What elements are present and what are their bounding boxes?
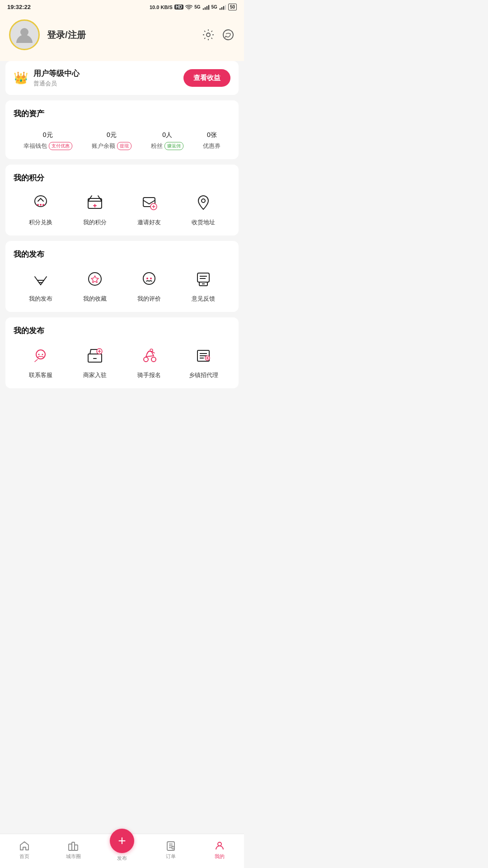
points-section: 我的积分 积分兑换 xyxy=(5,165,239,236)
balance-badge: 提现 xyxy=(117,142,131,150)
signal-bars-icon2 xyxy=(219,5,226,10)
my-publish-label: 我的发布 xyxy=(29,295,52,303)
asset-item-balance[interactable]: 0元 账户余额 提现 xyxy=(92,126,131,150)
address-item[interactable]: 收货地址 xyxy=(185,190,221,226)
wallet-num: 0 xyxy=(43,131,47,138)
my-reviews-label: 我的评价 xyxy=(137,295,161,303)
svg-point-26 xyxy=(150,278,152,279)
merchant-join-item[interactable]: 商家入驻 xyxy=(77,343,113,379)
assets-title: 我的资产 xyxy=(14,108,230,119)
my-publish-icon xyxy=(28,267,53,291)
svg-rect-6 xyxy=(221,7,222,10)
level-card: 👑 用户等级中心 普通会员 查看收益 xyxy=(5,61,239,95)
fans-badge: 赚返佣 xyxy=(164,142,183,150)
status-bar: 19:32:22 10.0 KB/S HD 5G 5G xyxy=(0,0,244,12)
customer-service-icon xyxy=(28,343,53,368)
profile-action-icons xyxy=(202,28,235,42)
rider-signup-label: 骑手报名 xyxy=(137,371,161,379)
asset-item-wallet[interactable]: 0元 幸福钱包 支付优惠 xyxy=(23,126,72,150)
wallet-badge: 支付优惠 xyxy=(49,142,72,150)
svg-point-24 xyxy=(143,273,155,284)
my-favorites-item[interactable]: 我的收藏 xyxy=(77,267,113,303)
points-title: 我的积分 xyxy=(14,173,230,183)
battery-indicator: 50 xyxy=(228,4,237,10)
svg-rect-7 xyxy=(223,6,224,9)
avatar[interactable] xyxy=(9,19,40,50)
signal-bars-icon xyxy=(202,5,210,10)
login-register-label[interactable]: 登录/注册 xyxy=(47,29,86,41)
merchant-join-icon xyxy=(83,343,107,368)
svg-point-14 xyxy=(42,204,44,206)
my-publish-item[interactable]: 我的发布 xyxy=(23,267,59,303)
view-earnings-button[interactable]: 查看收益 xyxy=(183,69,230,87)
svg-point-40 xyxy=(151,357,156,362)
services-section: 我的发布 联系客服 xyxy=(5,317,239,388)
svg-point-23 xyxy=(89,273,101,285)
fans-unit: 人 xyxy=(166,131,172,138)
fans-label: 粉丝 xyxy=(151,142,163,150)
svg-point-33 xyxy=(38,354,40,355)
profile-header: 登录/注册 xyxy=(0,12,244,61)
my-reviews-item[interactable]: 我的评价 xyxy=(131,267,167,303)
points-grid: 积分兑换 我的积分 xyxy=(14,190,230,226)
crown-icon: 👑 xyxy=(14,71,28,85)
svg-point-25 xyxy=(146,278,148,279)
invite-friends-item[interactable]: 邀请好友 xyxy=(131,190,167,226)
svg-point-39 xyxy=(144,357,148,362)
my-points-icon xyxy=(83,190,107,215)
svg-rect-1 xyxy=(202,8,203,9)
network-speed: 10.0 KB/S xyxy=(150,5,173,10)
agent-recruit-item[interactable]: 乡镇招代理 xyxy=(185,343,221,379)
my-points-label: 我的积分 xyxy=(83,218,107,226)
customer-service-item[interactable]: 联系客服 xyxy=(23,343,59,379)
svg-rect-2 xyxy=(204,7,205,10)
svg-point-11 xyxy=(223,30,233,40)
agent-recruit-label: 乡镇招代理 xyxy=(189,371,218,379)
feedback-label: 意见反馈 xyxy=(192,295,215,303)
points-exchange-item[interactable]: 积分兑换 xyxy=(23,190,59,226)
svg-point-12 xyxy=(37,204,39,206)
coupons-unit: 张 xyxy=(211,131,217,138)
5g-label1: 5G xyxy=(194,5,200,9)
customer-service-label: 联系客服 xyxy=(29,371,52,379)
address-label: 收货地址 xyxy=(192,218,215,226)
asset-item-fans[interactable]: 0人 粉丝 赚返佣 xyxy=(151,126,183,150)
level-info: 👑 用户等级中心 普通会员 xyxy=(14,68,80,88)
level-subtitle: 普通会员 xyxy=(33,80,80,88)
my-points-item[interactable]: 我的积分 xyxy=(77,190,113,226)
balance-unit: 元 xyxy=(110,131,117,138)
svg-point-32 xyxy=(36,350,45,359)
coupons-label: 优惠券 xyxy=(203,142,221,150)
assets-row: 0元 幸福钱包 支付优惠 0元 账户余额 提现 0人 粉丝 赚返佣 xyxy=(14,126,230,150)
invite-friends-label: 邀请好友 xyxy=(137,218,161,226)
message-icon[interactable] xyxy=(221,28,235,42)
services-title: 我的发布 xyxy=(14,326,230,336)
svg-rect-4 xyxy=(208,5,209,9)
wallet-unit: 元 xyxy=(47,131,53,138)
svg-point-10 xyxy=(206,33,210,37)
avatar-placeholder-icon xyxy=(14,24,35,46)
settings-icon[interactable] xyxy=(202,28,215,42)
balance-label: 账户余额 xyxy=(92,142,115,150)
my-publish-grid: 我的发布 我的收藏 xyxy=(14,267,230,303)
asset-item-coupons[interactable]: 0张 优惠券 xyxy=(203,126,221,150)
svg-point-18 xyxy=(202,199,205,203)
svg-rect-27 xyxy=(197,273,209,282)
agent-recruit-icon xyxy=(191,343,216,368)
level-title: 用户等级中心 xyxy=(33,68,80,79)
merchant-join-label: 商家入驻 xyxy=(83,371,107,379)
invite-friends-icon xyxy=(137,190,161,215)
feedback-icon xyxy=(191,267,216,291)
points-exchange-icon xyxy=(28,190,53,215)
svg-rect-5 xyxy=(220,8,221,9)
rider-signup-item[interactable]: 骑手报名 xyxy=(131,343,167,379)
coupons-num: 0 xyxy=(207,131,211,138)
svg-point-34 xyxy=(42,354,43,355)
svg-rect-3 xyxy=(206,6,207,9)
my-reviews-icon xyxy=(137,267,161,291)
feedback-item[interactable]: 意见反馈 xyxy=(185,267,221,303)
my-favorites-icon xyxy=(83,267,107,291)
fans-num: 0 xyxy=(162,131,166,138)
balance-num: 0 xyxy=(107,131,110,138)
my-favorites-label: 我的收藏 xyxy=(83,295,107,303)
